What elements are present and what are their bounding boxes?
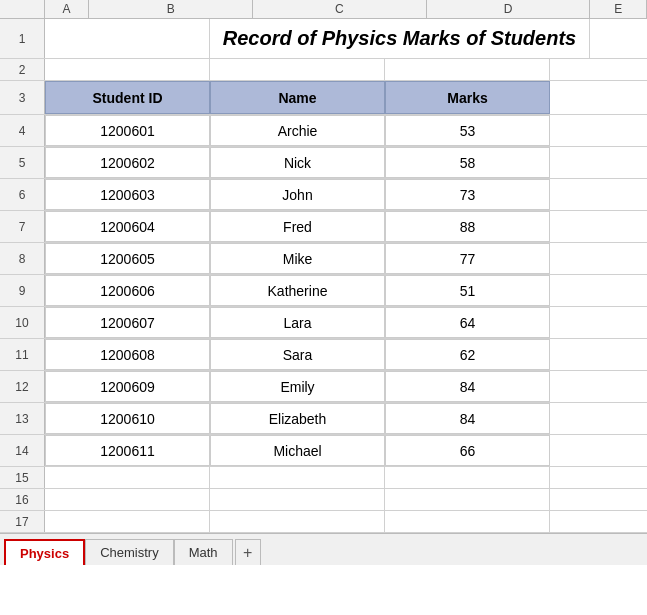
row-6: 6 1200603 John 73 xyxy=(0,179,647,211)
row-9: 9 1200606 Katherine 51 xyxy=(0,275,647,307)
tab-chemistry[interactable]: Chemistry xyxy=(85,539,174,565)
cell-id-7[interactable]: 1200604 xyxy=(45,211,210,242)
cell-c2[interactable] xyxy=(210,59,385,80)
cell-e7 xyxy=(550,211,607,242)
cell-id-8[interactable]: 1200605 xyxy=(45,243,210,274)
rownum-1: 1 xyxy=(0,19,45,58)
row-3: 3 Student ID Name Marks xyxy=(0,81,647,115)
rownum-11: 11 xyxy=(0,339,45,370)
cell-c16[interactable] xyxy=(210,489,385,510)
cell-e14 xyxy=(550,435,607,466)
tab-physics[interactable]: Physics xyxy=(4,539,85,565)
rownum-6: 6 xyxy=(0,179,45,210)
cell-marks-9[interactable]: 51 xyxy=(385,275,550,306)
col-header-e: E xyxy=(590,0,647,18)
cell-marks-14[interactable]: 66 xyxy=(385,435,550,466)
rownum-5: 5 xyxy=(0,147,45,178)
cell-e10 xyxy=(550,307,607,338)
corner-cell xyxy=(0,0,45,18)
cell-id-10[interactable]: 1200607 xyxy=(45,307,210,338)
cell-id-12[interactable]: 1200609 xyxy=(45,371,210,402)
tab-math[interactable]: Math xyxy=(174,539,233,565)
cell-b17[interactable] xyxy=(45,511,210,532)
cell-b16[interactable] xyxy=(45,489,210,510)
rownum-4: 4 xyxy=(0,115,45,146)
row-13: 13 1200610 Elizabeth 84 xyxy=(0,403,647,435)
cell-e5 xyxy=(550,147,607,178)
cell-d16[interactable] xyxy=(385,489,550,510)
cell-id-5[interactable]: 1200602 xyxy=(45,147,210,178)
cell-e8 xyxy=(550,243,607,274)
cell-name-9[interactable]: Katherine xyxy=(210,275,385,306)
cell-name-5[interactable]: Nick xyxy=(210,147,385,178)
row-10: 10 1200607 Lara 64 xyxy=(0,307,647,339)
cell-e6 xyxy=(550,179,607,210)
cell-d17[interactable] xyxy=(385,511,550,532)
cell-marks-13[interactable]: 84 xyxy=(385,403,550,434)
cell-b2[interactable] xyxy=(45,59,210,80)
cell-e16 xyxy=(550,489,607,510)
cell-id-4[interactable]: 1200601 xyxy=(45,115,210,146)
rownum-8: 8 xyxy=(0,243,45,274)
cell-a1[interactable] xyxy=(45,19,210,58)
col-header-b: B xyxy=(89,0,253,18)
cell-marks-12[interactable]: 84 xyxy=(385,371,550,402)
add-sheet-button[interactable]: + xyxy=(235,539,261,565)
cell-name-10[interactable]: Lara xyxy=(210,307,385,338)
spreadsheet: A B C D E 1 Record of Physics Marks of S… xyxy=(0,0,647,615)
cell-marks-11[interactable]: 62 xyxy=(385,339,550,370)
cell-d15[interactable] xyxy=(385,467,550,488)
rownum-16: 16 xyxy=(0,489,45,510)
rownum-15: 15 xyxy=(0,467,45,488)
cell-e3 xyxy=(550,81,607,114)
title-cell: Record of Physics Marks of Students xyxy=(210,19,590,58)
cell-marks-6[interactable]: 73 xyxy=(385,179,550,210)
cell-id-11[interactable]: 1200608 xyxy=(45,339,210,370)
header-student-id: Student ID xyxy=(45,81,210,114)
row-16: 16 xyxy=(0,489,647,511)
header-marks: Marks xyxy=(385,81,550,114)
col-header-a: A xyxy=(45,0,90,18)
cell-c17[interactable] xyxy=(210,511,385,532)
cell-id-9[interactable]: 1200606 xyxy=(45,275,210,306)
rownum-14: 14 xyxy=(0,435,45,466)
cell-name-11[interactable]: Sara xyxy=(210,339,385,370)
cell-name-8[interactable]: Mike xyxy=(210,243,385,274)
cell-e9 xyxy=(550,275,607,306)
rows-area: 1 Record of Physics Marks of Students 2 … xyxy=(0,19,647,533)
row-11: 11 1200608 Sara 62 xyxy=(0,339,647,371)
row-8: 8 1200605 Mike 77 xyxy=(0,243,647,275)
cell-name-4[interactable]: Archie xyxy=(210,115,385,146)
column-headers: A B C D E xyxy=(0,0,647,19)
row-5: 5 1200602 Nick 58 xyxy=(0,147,647,179)
row-1: 1 Record of Physics Marks of Students xyxy=(0,19,647,59)
cell-marks-8[interactable]: 77 xyxy=(385,243,550,274)
row-12: 12 1200609 Emily 84 xyxy=(0,371,647,403)
cell-e2 xyxy=(550,59,607,80)
cell-marks-10[interactable]: 64 xyxy=(385,307,550,338)
cell-name-14[interactable]: Michael xyxy=(210,435,385,466)
tab-bar: Physics Chemistry Math + xyxy=(0,533,647,565)
cell-e13 xyxy=(550,403,607,434)
cell-d2[interactable] xyxy=(385,59,550,80)
rownum-2: 2 xyxy=(0,59,45,80)
cell-marks-7[interactable]: 88 xyxy=(385,211,550,242)
cell-id-13[interactable]: 1200610 xyxy=(45,403,210,434)
cell-name-7[interactable]: Fred xyxy=(210,211,385,242)
cell-id-14[interactable]: 1200611 xyxy=(45,435,210,466)
cell-name-12[interactable]: Emily xyxy=(210,371,385,402)
cell-name-6[interactable]: John xyxy=(210,179,385,210)
rownum-12: 12 xyxy=(0,371,45,402)
rownum-9: 9 xyxy=(0,275,45,306)
cell-b15[interactable] xyxy=(45,467,210,488)
rownum-13: 13 xyxy=(0,403,45,434)
cell-marks-5[interactable]: 58 xyxy=(385,147,550,178)
col-header-c: C xyxy=(253,0,427,18)
cell-id-6[interactable]: 1200603 xyxy=(45,179,210,210)
rownum-10: 10 xyxy=(0,307,45,338)
cell-c15[interactable] xyxy=(210,467,385,488)
cell-marks-4[interactable]: 53 xyxy=(385,115,550,146)
cell-name-13[interactable]: Elizabeth xyxy=(210,403,385,434)
col-header-d: D xyxy=(427,0,591,18)
row-4: 4 1200601 Archie 53 xyxy=(0,115,647,147)
